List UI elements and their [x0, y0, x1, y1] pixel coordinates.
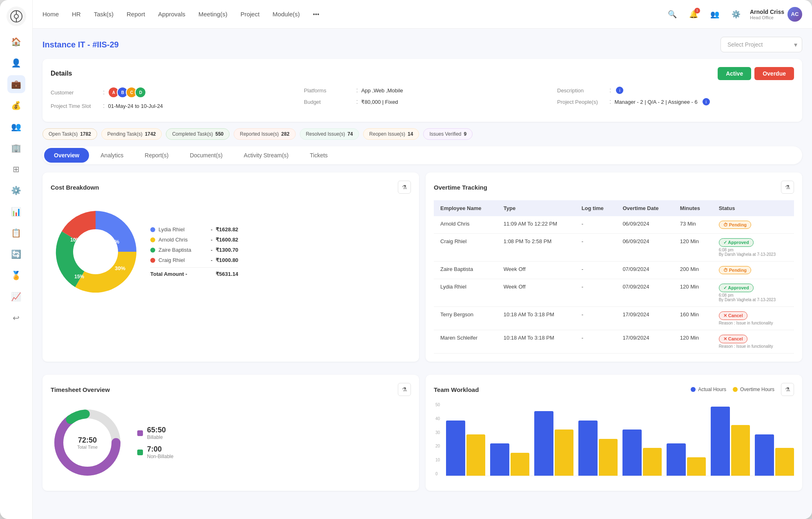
- stat-completed-value: 550: [215, 131, 223, 137]
- sidebar-contact[interactable]: 📋: [7, 224, 25, 242]
- nav-more[interactable]: •••: [313, 9, 319, 19]
- nav-hr[interactable]: HR: [72, 9, 81, 19]
- cell-status: ⏱ Pending: [712, 216, 794, 234]
- actual-hours-legend: Actual Hours: [691, 387, 726, 392]
- overtime-hours-label: Overtime Hours: [740, 387, 774, 392]
- page-title: Instance IT - #IIS-29: [42, 40, 119, 49]
- cost-filter-button[interactable]: ⚗: [398, 181, 411, 194]
- status-badge: ✓ Approved: [719, 238, 754, 247]
- sidebar-chart[interactable]: 📊: [7, 203, 25, 221]
- legend-name-zaire: Zaire Baptista: [158, 247, 207, 253]
- sidebar-briefcase[interactable]: 💼: [7, 75, 25, 93]
- sidebar-money[interactable]: 💰: [7, 96, 25, 114]
- ts-billable-info: 65:50 Billable: [147, 426, 166, 440]
- nav-meetings[interactable]: Meeting(s): [199, 9, 228, 19]
- details-title: Details: [51, 70, 72, 77]
- stat-pending-value: 1742: [145, 131, 156, 137]
- sidebar-logout[interactable]: ↩: [7, 309, 25, 327]
- user-profile[interactable]: Arnold Criss Head Office AC: [750, 7, 802, 22]
- cell-minutes: 160 Min: [674, 307, 712, 330]
- y-label-10: 10: [435, 458, 440, 462]
- stat-reported[interactable]: Reported Issue(s) 282: [234, 128, 295, 140]
- ts-non-billable-label: Non-Billable: [147, 454, 174, 459]
- nav-tasks[interactable]: Task(s): [94, 9, 114, 19]
- stat-pending[interactable]: Pending Task(s) 1742: [101, 128, 162, 140]
- stat-reported-label: Reported Issue(s): [240, 131, 279, 137]
- tab-overview[interactable]: Overview: [44, 148, 89, 163]
- sidebar-add-person[interactable]: 👥: [7, 118, 25, 136]
- search-button[interactable]: 🔍: [665, 7, 680, 22]
- nav-home[interactable]: Home: [42, 9, 59, 19]
- sidebar-sync[interactable]: 🔄: [7, 245, 25, 263]
- overtime-table: Employee Name Type Log time Overtime Dat…: [434, 200, 794, 353]
- actual-hours-dot: [691, 387, 696, 392]
- overtime-filter-button[interactable]: ⚗: [781, 181, 794, 194]
- legend-name-craig: Craig Rhiel: [158, 257, 207, 263]
- sidebar-org[interactable]: 🏢: [7, 139, 25, 157]
- bar-actual: [578, 421, 598, 476]
- app-logo[interactable]: [7, 7, 26, 26]
- sidebar-settings[interactable]: ⚙️: [7, 181, 25, 199]
- page-header: Instance IT - #IIS-29 Select Project: [42, 37, 802, 52]
- stat-completed[interactable]: Completed Task(s) 550: [166, 128, 230, 140]
- sidebar-home[interactable]: 🏠: [7, 33, 25, 51]
- notification-badge: 1: [694, 8, 700, 13]
- sidebar-award[interactable]: 🏅: [7, 266, 25, 284]
- stat-open[interactable]: Open Task(s) 1782: [42, 128, 97, 140]
- col-employee: Employee Name: [434, 200, 497, 216]
- sidebar-activity[interactable]: 📈: [7, 288, 25, 306]
- ts-non-billable-info: 7:00 Non-Billable: [147, 445, 174, 459]
- workload-filter-button[interactable]: ⚗: [781, 383, 794, 396]
- cell-date: 17/09/2024: [616, 330, 673, 353]
- platforms-item: Platforms : App ,Web ,Mobile: [304, 87, 541, 94]
- total-value: ₹5631.14: [216, 271, 238, 277]
- legend-val-arnold: ₹1600.82: [216, 237, 238, 243]
- detail-col-right: Description : i Project People(s) : Mana…: [557, 87, 794, 114]
- ts-billable-value: 65:50: [147, 426, 166, 434]
- bar-overtime: [555, 430, 574, 476]
- bar-overtime: [643, 448, 662, 476]
- detail-col-left: Customer : A B C D Project Time Slot :: [51, 87, 288, 114]
- cell-date: 07/09/2024: [616, 262, 673, 279]
- y-axis: 50 40 30 20 10 0: [434, 403, 442, 476]
- bar-chart-area: 50 40 30 20 10 0: [434, 403, 794, 476]
- top-navigation: Home HR Task(s) Report Approvals Meeting…: [33, 0, 812, 29]
- bar-group: [711, 407, 750, 476]
- stat-verified-label: Issues Verified: [429, 131, 461, 137]
- bar-overtime: [511, 453, 530, 476]
- team-button[interactable]: 👥: [707, 7, 722, 22]
- tab-documents[interactable]: Document(s): [180, 148, 232, 163]
- cell-status: ✓ Approved 6:08 pmBy Darsh Vaghela at 7-…: [712, 279, 794, 307]
- notifications-button[interactable]: 🔔 1: [686, 7, 701, 22]
- select-project[interactable]: Select Project: [721, 37, 802, 52]
- status-badge: ✕ Cancel: [719, 311, 747, 320]
- description-info-icon[interactable]: i: [616, 87, 623, 94]
- avatar[interactable]: AC: [787, 7, 802, 22]
- people-info-icon[interactable]: i: [703, 98, 710, 105]
- table-row: Terry Bergson 10:18 AM To 3:18 PM - 17/0…: [434, 307, 794, 330]
- legend-dot-arnold: [150, 237, 155, 242]
- svg-point-4: [73, 229, 118, 274]
- status-active-button[interactable]: Active: [718, 67, 751, 80]
- stat-resolved[interactable]: Resolved Issue(s) 74: [300, 128, 359, 140]
- tab-reports[interactable]: Report(s): [135, 148, 178, 163]
- nav-modules[interactable]: Module(s): [272, 9, 300, 19]
- nav-report[interactable]: Report: [127, 9, 145, 19]
- status-overdue-button[interactable]: Overdue: [754, 67, 794, 80]
- sidebar-grid[interactable]: ⊞: [7, 160, 25, 178]
- nav-project[interactable]: Project: [241, 9, 260, 19]
- page-title-text: Instance IT -: [42, 40, 92, 49]
- stat-reopen[interactable]: Reopen Issue(s) 14: [363, 128, 419, 140]
- timesheet-filter-button[interactable]: ⚗: [398, 383, 411, 396]
- stat-verified[interactable]: Issues Verified 9: [423, 128, 473, 140]
- sidebar-person[interactable]: 👤: [7, 54, 25, 72]
- overtime-hours-legend: Overtime Hours: [733, 387, 774, 392]
- tab-activity[interactable]: Activity Stream(s): [234, 148, 299, 163]
- tab-analytics[interactable]: Analytics: [91, 148, 133, 163]
- nav-approvals[interactable]: Approvals: [158, 9, 185, 19]
- bar-group: [490, 443, 529, 476]
- main-grid: Cost Breakdown ⚗: [42, 172, 802, 368]
- settings-button[interactable]: ⚙️: [729, 7, 743, 22]
- tab-tickets[interactable]: Tickets: [300, 148, 337, 163]
- actual-hours-label: Actual Hours: [698, 387, 726, 392]
